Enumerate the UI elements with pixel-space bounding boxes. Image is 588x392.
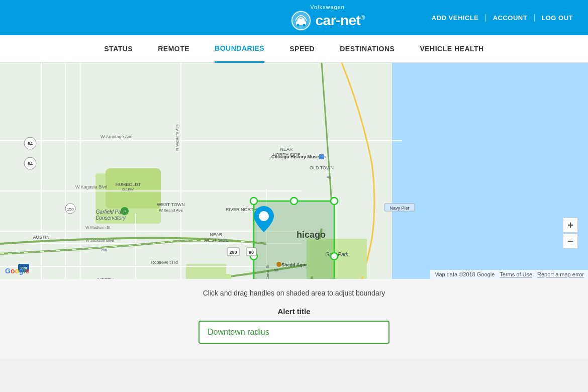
svg-text:W Armitage Ave: W Armitage Ave	[101, 134, 133, 139]
top-nav-right: ADD VEHICLE | ACCOUNT | LOG OUT	[432, 13, 573, 22]
svg-text:Navy Pier: Navy Pier	[389, 206, 409, 211]
map-container[interactable]: HUMBOLDT PARK Garfield Park Conservatory…	[0, 63, 588, 279]
svg-point-5	[303, 24, 305, 27]
svg-text:290: 290	[229, 250, 237, 255]
svg-point-92	[259, 211, 269, 221]
nav-bar: STATUS REMOTE BOUNDARIES SPEED DESTINATI…	[0, 35, 588, 63]
zoom-in-button[interactable]: +	[563, 218, 578, 233]
svg-rect-6	[377, 63, 588, 279]
google-logo: Google	[5, 267, 29, 275]
top-bar: Volkswagen car-net® ADD VEHIC	[0, 0, 588, 35]
svg-text:NEAR: NEAR	[280, 147, 293, 152]
below-map: Click and drag handles on shaded area to…	[0, 279, 588, 359]
svg-rect-3	[298, 19, 305, 22]
svg-text:HUMBOLDT: HUMBOLDT	[116, 182, 141, 187]
alert-title-input[interactable]	[199, 321, 389, 344]
svg-point-4	[297, 24, 299, 27]
nav-boundaries[interactable]: BOUNDARIES	[215, 35, 264, 63]
car-net-logo-icon	[290, 10, 312, 31]
map-footer: Map data ©2018 Google Terms of Use Repor…	[430, 270, 588, 279]
svg-text:150: 150	[67, 207, 74, 212]
logout-link[interactable]: LOG OUT	[541, 14, 573, 22]
logo-brand: Volkswagen	[310, 4, 345, 10]
svg-text:90: 90	[249, 250, 254, 255]
svg-point-85	[331, 198, 338, 205]
svg-rect-65	[196, 274, 231, 279]
svg-point-84	[250, 198, 257, 205]
svg-text:64: 64	[28, 141, 33, 146]
nav-vehicle-health[interactable]: VEHICLE HEALTH	[420, 36, 483, 62]
svg-text:PARK: PARK	[122, 187, 134, 192]
nav-sep-2: |	[533, 13, 535, 22]
svg-text:WEST TOWN: WEST TOWN	[157, 202, 185, 207]
svg-text:RIVER NORTH: RIVER NORTH	[226, 207, 257, 212]
instruction-text: Click and drag handles on shaded area to…	[0, 289, 588, 297]
logo-area: Volkswagen car-net®	[223, 4, 431, 31]
svg-text:Roosevelt Rd: Roosevelt Rd	[151, 260, 178, 265]
svg-point-91	[331, 253, 338, 260]
svg-text:N Western Ave: N Western Ave	[175, 124, 179, 151]
nav-remote[interactable]: REMOTE	[158, 36, 189, 62]
svg-text:OLD TOWN: OLD TOWN	[310, 165, 334, 170]
add-vehicle-link[interactable]: ADD VEHICLE	[432, 14, 479, 22]
svg-text:290: 290	[101, 248, 108, 252]
map-data-text: Map data ©2018 Google	[434, 271, 495, 277]
zoom-controls: + −	[563, 218, 578, 249]
svg-text:W Madison St: W Madison St	[85, 225, 111, 230]
svg-text:NEAR: NEAR	[210, 232, 223, 237]
terms-of-use-link[interactable]: Terms of Use	[500, 271, 532, 277]
svg-text:AUSTIN: AUSTIN	[33, 235, 49, 240]
svg-text:Conservatory: Conservatory	[95, 215, 126, 221]
zoom-out-button[interactable]: −	[563, 234, 578, 249]
svg-text:NORTH: NORTH	[97, 277, 114, 279]
svg-point-88	[290, 198, 298, 205]
logo-text: car-net®	[316, 13, 365, 29]
svg-text:41: 41	[327, 175, 331, 179]
logo-title: car-net®	[290, 10, 365, 31]
nav-sep-1: |	[484, 13, 486, 22]
nav-status[interactable]: STATUS	[104, 36, 133, 62]
svg-rect-69	[319, 154, 324, 159]
map-svg: HUMBOLDT PARK Garfield Park Conservatory…	[0, 63, 588, 279]
nav-destinations[interactable]: DESTINATIONS	[340, 36, 395, 62]
alert-title-label: Alert title	[277, 307, 310, 316]
report-error-link[interactable]: Report a map error	[537, 271, 584, 277]
svg-text:64: 64	[28, 161, 33, 166]
svg-text:P: P	[123, 210, 126, 214]
svg-text:W Grand Ave: W Grand Ave	[159, 208, 183, 213]
svg-text:Chicago History Museum: Chicago History Museum	[271, 154, 326, 159]
account-link[interactable]: ACCOUNT	[493, 14, 528, 22]
svg-text:WEST SIDE: WEST SIDE	[204, 238, 228, 243]
nav-speed[interactable]: SPEED	[289, 36, 315, 62]
alert-section: Alert title	[0, 307, 588, 344]
